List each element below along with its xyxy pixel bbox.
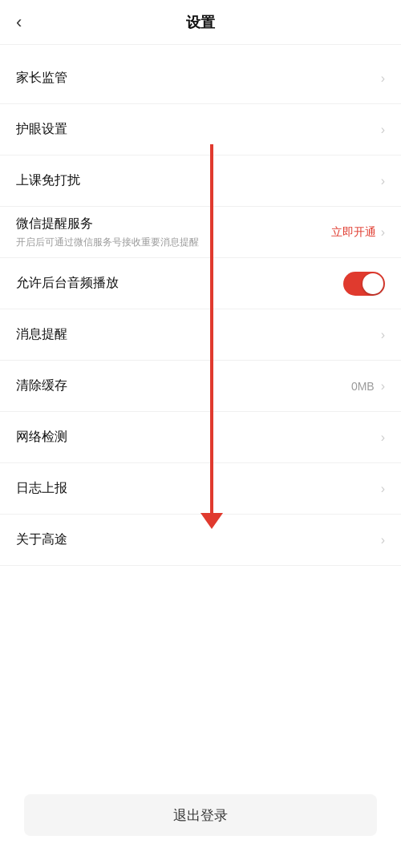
chevron-icon: › — [381, 379, 385, 394]
toggle-knob — [363, 273, 383, 294]
chevron-icon: › — [381, 533, 385, 547]
settings-item-class-dnd[interactable]: 上课免打扰 › — [0, 155, 401, 207]
settings-item-about[interactable]: 关于高途 › — [0, 515, 401, 566]
settings-item-eye-protection[interactable]: 护眼设置 › — [0, 104, 401, 155]
settings-item-clear-cache[interactable]: 清除缓存 0MB › — [0, 361, 401, 412]
settings-item-subtitle: 开启后可通过微信服务号接收重要消息提醒 — [16, 236, 199, 249]
chevron-icon: › — [381, 430, 385, 445]
settings-item-title: 允许后台音频播放 — [16, 274, 119, 292]
settings-item-title: 网络检测 — [16, 428, 67, 446]
background-audio-toggle[interactable] — [343, 272, 385, 296]
settings-item-title: 微信提醒服务 — [16, 215, 199, 232]
back-button[interactable]: ‹ — [16, 12, 22, 33]
settings-item-background-audio[interactable]: 允许后台音频播放 — [0, 258, 401, 309]
settings-item-parental-control[interactable]: 家长监管 › — [0, 53, 401, 104]
settings-item-title: 日志上报 — [16, 479, 67, 497]
header: ‹ 设置 — [0, 0, 401, 45]
logout-button[interactable]: 退出登录 — [24, 794, 377, 836]
activate-text[interactable]: 立即开通 — [331, 225, 376, 240]
settings-item-title: 护眼设置 — [16, 120, 67, 138]
logout-section: 退出登录 — [0, 786, 401, 844]
settings-list: 家长监管 › 护眼设置 › 上课免打扰 › 微信提醒服务 开启后可通过微信服务号… — [0, 53, 401, 566]
chevron-icon: › — [381, 482, 385, 496]
settings-item-title: 消息提醒 — [16, 325, 67, 343]
chevron-icon: › — [381, 225, 385, 240]
settings-item-title: 关于高途 — [16, 531, 67, 548]
settings-item-wechat-reminder[interactable]: 微信提醒服务 开启后可通过微信服务号接收重要消息提醒 立即开通 › — [0, 207, 401, 258]
cache-value: 0MB — [351, 380, 375, 393]
chevron-icon: › — [381, 123, 385, 137]
settings-item-title: 清除缓存 — [16, 377, 67, 394]
settings-item-title: 家长监管 — [16, 69, 67, 87]
settings-item-title: 上课免打扰 — [16, 172, 80, 189]
chevron-icon: › — [381, 328, 385, 342]
chevron-icon: › — [381, 174, 385, 188]
settings-item-log-report[interactable]: 日志上报 › — [0, 463, 401, 515]
page-title: 设置 — [186, 13, 215, 32]
settings-item-network-check[interactable]: 网络检测 › — [0, 412, 401, 463]
settings-item-message-reminder[interactable]: 消息提醒 › — [0, 309, 401, 361]
chevron-icon: › — [381, 71, 385, 86]
